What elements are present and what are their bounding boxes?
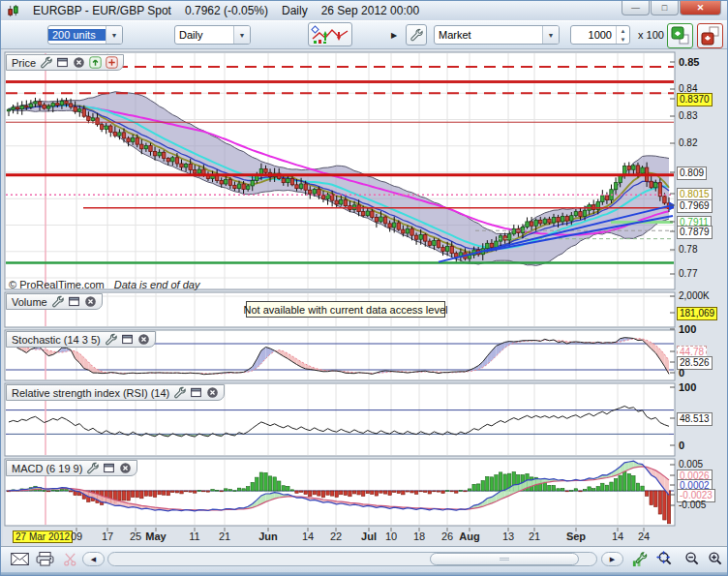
stepper-down-icon[interactable]: ▼ bbox=[617, 35, 629, 44]
collapse-panel-arrow-icon[interactable]: ▶ bbox=[391, 31, 397, 40]
price-axis-label: 0.78 bbox=[677, 244, 699, 256]
chart-type-button[interactable] bbox=[308, 22, 352, 46]
date-label: 14 bbox=[302, 531, 314, 542]
zoom-in-button[interactable] bbox=[704, 550, 725, 568]
magnifier-plus-icon bbox=[707, 551, 723, 567]
volume-axis-label: 2,000K bbox=[677, 290, 712, 302]
chart-type-icon bbox=[311, 25, 349, 45]
minimize-button[interactable]: — bbox=[622, 1, 650, 15]
detach-window-icon[interactable] bbox=[68, 295, 80, 308]
date-label: Jun bbox=[258, 531, 278, 542]
window-title-period: Daily bbox=[282, 4, 308, 17]
rsi-axis-label: 0 bbox=[677, 440, 686, 451]
detach-window-icon[interactable] bbox=[190, 386, 202, 399]
date-label: 24 bbox=[638, 531, 650, 542]
chart-tools-button[interactable] bbox=[628, 550, 650, 568]
title-bar: EURGBP - EUR/GBP Spot 0.7962 (-0.05%) Da… bbox=[1, 1, 727, 20]
stochastic-panel-header: Stochastic (14 3 5) bbox=[6, 331, 156, 348]
zoom-out-button[interactable] bbox=[681, 550, 702, 568]
close-panel-icon[interactable] bbox=[84, 295, 97, 308]
date-label: 22 bbox=[330, 531, 342, 542]
rsi-axis-label: 48.513 bbox=[677, 412, 713, 426]
detach-window-icon[interactable] bbox=[121, 333, 134, 346]
wrench-icon[interactable] bbox=[105, 333, 117, 346]
date-label: Sep bbox=[566, 531, 586, 542]
maximize-button[interactable]: □ bbox=[651, 1, 679, 15]
date-label: 14 bbox=[612, 531, 623, 542]
timeframe-dropdown[interactable]: Daily ▼ bbox=[174, 25, 251, 45]
printer-icon bbox=[36, 552, 54, 566]
chevron-down-icon: ▼ bbox=[233, 26, 250, 44]
cut-button-disabled bbox=[59, 550, 80, 568]
order-settings-button[interactable] bbox=[406, 24, 427, 45]
volume-unavailable-tooltip: Not available with current data access l… bbox=[246, 301, 445, 318]
wrench-icon[interactable] bbox=[51, 295, 64, 308]
detach-window-icon[interactable] bbox=[103, 462, 115, 474]
date-label: 13 bbox=[502, 531, 514, 542]
date-label: 21 bbox=[219, 531, 230, 542]
window-border bbox=[1, 572, 727, 576]
units-dropdown-value: 200 units bbox=[48, 29, 106, 41]
sell-down-arrow-icon bbox=[701, 26, 720, 45]
stochastic-axis-label: 100 bbox=[677, 323, 698, 335]
print-chart-button[interactable] bbox=[34, 550, 55, 568]
zoom-pan-icon bbox=[656, 551, 673, 567]
price-panel-header: Price bbox=[6, 54, 124, 71]
horizontal-scrollbar-thumb[interactable] bbox=[430, 553, 579, 565]
date-label: 09 bbox=[71, 531, 82, 542]
stochastic-axis-label: 0 bbox=[677, 367, 686, 379]
wrench-chart-icon bbox=[631, 551, 648, 567]
interactive-zoom-button[interactable] bbox=[653, 550, 675, 568]
sell-button[interactable] bbox=[697, 23, 723, 48]
price-panel-title: Price bbox=[12, 57, 36, 69]
close-button[interactable]: ✕ bbox=[680, 1, 721, 15]
volume-panel-header: Volume bbox=[6, 293, 103, 310]
quantity-value: 1000 bbox=[571, 29, 616, 41]
macd-panel-header: MACD (6 19 9) bbox=[6, 460, 137, 476]
date-label: 17 bbox=[102, 531, 113, 542]
price-axis-label: 0.809 bbox=[677, 167, 707, 180]
date-label: May bbox=[145, 531, 166, 542]
stepper-up-icon[interactable]: ▲ bbox=[617, 26, 629, 35]
quantity-stepper[interactable]: 1000 ▲▼ bbox=[570, 25, 630, 45]
date-label: 21 bbox=[529, 531, 540, 542]
volume-panel-title: Volume bbox=[12, 296, 47, 308]
price-alert-up-icon[interactable] bbox=[89, 56, 102, 69]
rsi-axis-label: 100 bbox=[677, 381, 698, 393]
units-dropdown[interactable]: 200 units ▼ bbox=[47, 25, 123, 45]
date-label: 10 bbox=[385, 531, 397, 542]
price-axis-label: 0.8370 bbox=[677, 93, 713, 106]
detach-window-icon[interactable] bbox=[56, 56, 69, 69]
close-panel-icon[interactable] bbox=[119, 462, 132, 474]
candlestick-logo-icon bbox=[7, 5, 19, 17]
buy-button[interactable] bbox=[667, 23, 693, 48]
price-axis-label: 0.7879 bbox=[677, 226, 713, 239]
email-chart-button[interactable] bbox=[9, 550, 30, 568]
scroll-right-button[interactable]: ▶ bbox=[601, 552, 623, 566]
add-indicator-icon[interactable] bbox=[106, 56, 118, 69]
date-label: 18 bbox=[413, 531, 425, 542]
scroll-left-button[interactable]: ◀ bbox=[82, 552, 105, 566]
date-label: 27 Mar 2012 bbox=[13, 531, 73, 543]
scrollbar-grip bbox=[500, 558, 509, 561]
window-title-quote: 0.7962 (-0.05%) bbox=[185, 4, 268, 17]
date-label: 26 bbox=[441, 531, 453, 542]
wrench-icon[interactable] bbox=[40, 56, 52, 69]
wrench-icon[interactable] bbox=[86, 462, 99, 474]
envelope-icon bbox=[11, 553, 29, 565]
wrench-icon[interactable] bbox=[173, 386, 186, 399]
copyright-note: © ProRealTime.comData is end of day bbox=[9, 279, 199, 290]
close-panel-icon[interactable] bbox=[73, 56, 85, 69]
data-note: Data is end of day bbox=[114, 279, 200, 290]
close-panel-icon[interactable] bbox=[206, 386, 219, 399]
order-type-dropdown[interactable]: Market ▼ bbox=[434, 25, 560, 45]
stepper-arrows[interactable]: ▲▼ bbox=[616, 26, 629, 44]
timeframe-dropdown-value: Daily bbox=[175, 29, 233, 41]
price-axis-label: 0.82 bbox=[677, 137, 699, 149]
date-label: 11 bbox=[189, 531, 199, 542]
copyright-text: © ProRealTime.com bbox=[9, 279, 105, 290]
close-panel-icon[interactable] bbox=[137, 333, 150, 346]
date-label: Aug bbox=[459, 531, 479, 542]
date-label: Jul bbox=[361, 531, 377, 542]
rsi-panel-header: Relative strength index (RSI) (14) bbox=[6, 384, 225, 401]
